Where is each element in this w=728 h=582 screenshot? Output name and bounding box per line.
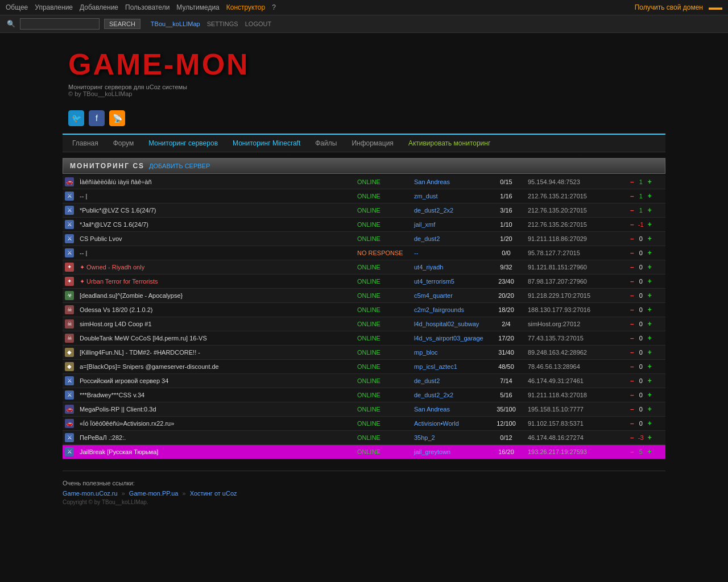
search-input[interactable] [20,18,100,30]
footer-link-1[interactable]: Game-mon.uCoz.ru [63,490,118,497]
server-name-cell[interactable]: *Jail*@LVZ CS 1.6(24/7) [76,218,353,232]
rating-plus[interactable]: + [648,320,652,328]
rating-minus[interactable]: – [630,434,634,442]
rating-minus[interactable]: – [630,221,634,228]
server-name-cell[interactable]: [Killing4Fun.NL] - TDM#2- #HARDCORE!! - [76,346,353,360]
server-name-cell[interactable]: Odessa Vs 18/20 (2.1.0.2) [76,303,353,317]
rating-plus[interactable]: + [648,334,652,342]
rating-minus[interactable]: – [630,235,634,243]
rating-plus[interactable]: + [648,448,652,456]
table-row[interactable]: ⚔ ***Bradwey***CSS v.34 ONLINE de_dust2_… [63,388,665,402]
user-link[interactable]: TBou__koLLIMap [151,20,200,27]
nav-item-help[interactable]: ? [272,3,276,11]
server-name-cell[interactable]: Российский игровой сервер 34 [76,374,353,388]
rating-plus[interactable]: + [648,405,652,413]
table-row[interactable]: ✦ ✦ Owned - Riyadh only ONLINE ut4_riyad… [63,260,665,275]
facebook-icon[interactable]: f [89,110,105,126]
rating-plus[interactable]: + [648,434,652,442]
table-row[interactable]: ☠ DoubleTank MeW CoCoS [l4d.perm.ru] 16-… [63,331,665,346]
add-server-link[interactable]: ДОБАВИТЬ СЕРВЕР [149,163,210,169]
table-row[interactable]: ⚔ Российский игровой сервер 34 ONLINE de… [63,374,665,388]
nav-item-upravlenie[interactable]: Управление [35,3,73,11]
rating-minus[interactable]: – [630,292,634,300]
logout-link[interactable]: LOGOUT [245,20,271,27]
server-name-cell[interactable]: ✦ Owned - Riyadh only [76,260,353,275]
rating-minus[interactable]: – [630,419,634,427]
rating-plus[interactable]: + [648,221,652,228]
rating-minus[interactable]: – [630,391,634,399]
rating-plus[interactable]: + [648,348,652,356]
server-name-cell[interactable]: DoubleTank MeW CoCoS [l4d.perm.ru] 16-VS [76,331,353,346]
nav-item-konstruktor[interactable]: Конструктор [226,3,265,11]
rating-minus[interactable]: – [630,178,634,186]
server-name-cell[interactable]: [deadland.su]^{Zombie - Apocalypse} [76,289,353,303]
server-name-cell[interactable]: MegaPolis-RP || Client:0.3d [76,402,353,417]
table-row[interactable]: ☣ [deadland.su]^{Zombie - Apocalypse} ON… [63,289,665,303]
server-name-cell[interactable]: simHost.org L4D Coop #1 [76,317,353,331]
twitter-icon[interactable]: 🐦 [68,110,84,126]
nav-item-polzovateli[interactable]: Пользователи [125,3,169,11]
rating-minus[interactable]: – [630,363,634,371]
rating-plus[interactable]: + [648,419,652,427]
get-domain-link[interactable]: Получить свой домен [635,3,703,11]
table-row[interactable]: ☠ Odessa Vs 18/20 (2.1.0.2) ONLINE c2m2_… [63,303,665,317]
table-row[interactable]: ⚔ ПеРеВаЛ .:282:. ONLINE 35hp_2 0/12 46.… [63,431,665,445]
rating-plus[interactable]: + [648,391,652,399]
rating-plus[interactable]: + [648,377,652,385]
table-row[interactable]: ⚔ *Public*@LVZ CS 1.6(24/7) ONLINE de_du… [63,203,665,218]
server-name-cell[interactable]: ПеРеВаЛ .:282:. [76,431,353,445]
nav-monitoring[interactable]: Мониторинг серверов [142,135,225,152]
rating-plus[interactable]: + [648,192,652,200]
table-row[interactable]: 🚗 MegaPolis-RP || Client:0.3d ONLINE San… [63,402,665,417]
rating-minus[interactable]: – [630,206,634,214]
nav-info[interactable]: Информация [345,135,400,152]
server-name-cell[interactable]: CS Public Lvov [76,232,353,246]
rating-minus[interactable]: – [630,377,634,385]
nav-item-dobavlenie[interactable]: Добавление [80,3,118,11]
table-row[interactable]: ⚔ CS Public Lvov ONLINE de_dust2 1/20 91… [63,232,665,246]
rss-icon[interactable]: 📡 [109,110,125,126]
server-name-cell[interactable]: Ìàêñìàèëóåíú ìàyii ñàê÷àñ [76,175,353,189]
rating-minus[interactable]: – [630,348,634,356]
table-row[interactable]: 🚗 Ìàêñìàèëóåíú ìàyii ñàê÷àñ ONLINE San A… [63,175,665,189]
server-name-cell[interactable]: JailBreak [Русская Тюрьма] [76,445,353,459]
table-row[interactable]: ◆ [Killing4Fun.NL] - TDM#2- #HARDCORE!! … [63,346,665,360]
nav-forum[interactable]: Форум [106,135,140,152]
rating-plus[interactable]: + [648,363,652,371]
server-name-cell[interactable]: ✦ Urban Terror for Terrorists [76,275,353,289]
rating-minus[interactable]: – [630,263,634,271]
footer-link-3[interactable]: Хостинг от uCoz [190,490,237,497]
server-name-cell[interactable]: *Public*@LVZ CS 1.6(24/7) [76,203,353,218]
rating-minus[interactable]: – [630,448,634,456]
rating-plus[interactable]: + [648,263,652,271]
nav-item-multimedia[interactable]: Мультимедиа [176,3,219,11]
table-row[interactable]: ☠ simHost.org L4D Coop #1 ONLINE l4d_hos… [63,317,665,331]
settings-link[interactable]: SETTINGS [207,20,238,27]
rating-plus[interactable]: + [648,306,652,314]
rating-plus[interactable]: + [648,249,652,257]
rating-plus[interactable]: + [648,235,652,243]
server-name-cell[interactable]: -- | [76,246,353,260]
rating-minus[interactable]: – [630,405,634,413]
nav-home[interactable]: Главная [65,135,105,152]
rating-minus[interactable]: – [630,334,634,342]
server-name-cell[interactable]: «Íó Ïöêó0êéñú»Activision.rx22.ru» [76,417,353,431]
table-row[interactable]: ⚔ -- | ONLINE zm_dust 1/16 212.76.135.21… [63,189,665,203]
table-row[interactable]: ⚔ JailBreak [Русская Тюрьма] ONLINE jail… [63,445,665,459]
rating-minus[interactable]: – [630,277,634,285]
server-name-cell[interactable]: -- | [76,189,353,203]
rating-minus[interactable]: – [630,192,634,200]
table-row[interactable]: ✦ ✦ Urban Terror for Terrorists ONLINE u… [63,275,665,289]
rating-plus[interactable]: + [648,277,652,285]
table-row[interactable]: 🚗 «Íó Ïöêó0êéñú»Activision.rx22.ru» ONLI… [63,417,665,431]
search-button[interactable]: SEARCH [104,19,140,29]
table-row[interactable]: ◆ a=[BlackOps]= Snipers @gameserver-disc… [63,360,665,374]
server-name-cell[interactable]: a=[BlackOps]= Snipers @gameserver-discou… [76,360,353,374]
rating-minus[interactable]: – [630,249,634,257]
footer-link-2[interactable]: Game-mon.PP.ua [129,490,179,497]
rating-minus[interactable]: – [630,320,634,328]
rating-plus[interactable]: + [648,206,652,214]
rating-plus[interactable]: + [648,292,652,300]
rating-plus[interactable]: + [648,178,652,186]
nav-minecraft[interactable]: Мониторинг Minecraft [226,135,307,152]
